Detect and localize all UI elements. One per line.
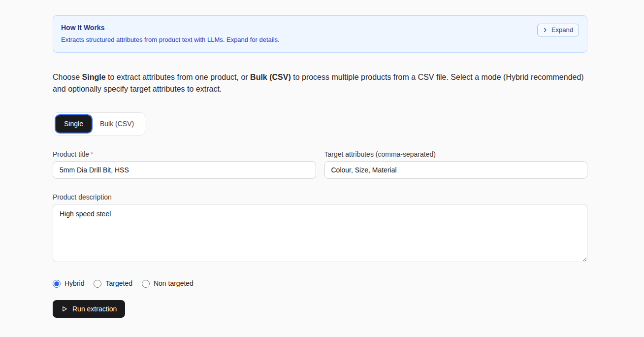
- expand-button[interactable]: Expand: [537, 24, 579, 36]
- product-title-input[interactable]: [53, 161, 316, 179]
- radio-option-non-targeted[interactable]: Non targeted: [142, 279, 193, 288]
- main-content: How It Works Extracts structured attribu…: [53, 0, 587, 337]
- mode-toggle: SingleBulk (CSV): [53, 112, 145, 135]
- product-description-label: Product description: [53, 193, 587, 202]
- play-icon: [61, 305, 68, 312]
- intro-text: Choose Single to extract attributes from…: [53, 71, 587, 95]
- run-extraction-label: Run extraction: [72, 305, 117, 313]
- radio-input-hybrid[interactable]: [53, 280, 61, 288]
- required-asterisk: *: [91, 150, 93, 158]
- radio-label-hybrid: Hybrid: [64, 279, 84, 288]
- how-it-works-banner: How It Works Extracts structured attribu…: [53, 15, 587, 53]
- radio-input-non-targeted[interactable]: [142, 280, 150, 288]
- product-description-field-group: Product description High speed steel: [53, 193, 587, 264]
- target-attributes-label: Target attributes (comma-separated): [324, 150, 588, 159]
- radio-label-non-targeted: Non targeted: [154, 279, 193, 288]
- radio-option-targeted[interactable]: Targeted: [94, 279, 132, 288]
- radio-input-targeted[interactable]: [94, 280, 101, 288]
- product-title-field-group: Product title*: [53, 150, 316, 179]
- radio-option-hybrid[interactable]: Hybrid: [53, 279, 84, 288]
- intro-plain-text: to extract attributes from one product, …: [106, 73, 250, 81]
- banner-description: Extracts structured attributes from prod…: [61, 36, 280, 44]
- intro-bold-text: Bulk (CSV): [250, 73, 291, 81]
- target-attributes-input[interactable]: [324, 161, 588, 179]
- extraction-mode-group: HybridTargetedNon targeted: [53, 279, 587, 288]
- intro-bold-text: Single: [82, 73, 106, 81]
- run-extraction-button[interactable]: Run extraction: [53, 300, 125, 318]
- mode-option-bulk-csv[interactable]: Bulk (CSV): [92, 115, 142, 133]
- fields-row: Product title* Target attributes (comma-…: [53, 150, 587, 179]
- chevron-right-icon: [542, 27, 548, 33]
- banner-text-block: How It Works Extracts structured attribu…: [61, 24, 280, 44]
- radio-label-targeted: Targeted: [105, 279, 132, 288]
- banner-title: How It Works: [61, 24, 280, 32]
- intro-plain-text: Choose: [53, 73, 82, 81]
- target-attributes-field-group: Target attributes (comma-separated): [324, 150, 588, 179]
- mode-option-single[interactable]: Single: [56, 115, 92, 133]
- product-title-label: Product title*: [53, 150, 316, 159]
- expand-button-label: Expand: [551, 26, 573, 34]
- product-description-textarea[interactable]: High speed steel: [53, 204, 587, 262]
